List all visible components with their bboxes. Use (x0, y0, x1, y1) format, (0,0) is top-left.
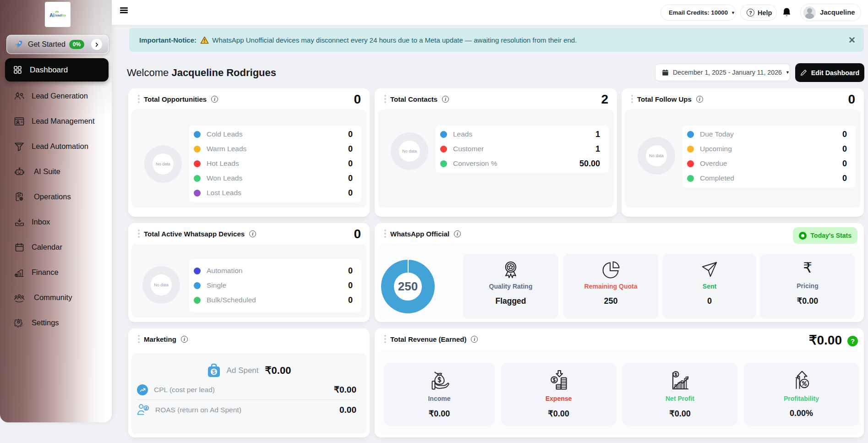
svg-text:flow: flow (61, 13, 66, 16)
svg-text:$: $ (212, 368, 216, 375)
svg-text:Ai: Ai (49, 12, 55, 18)
